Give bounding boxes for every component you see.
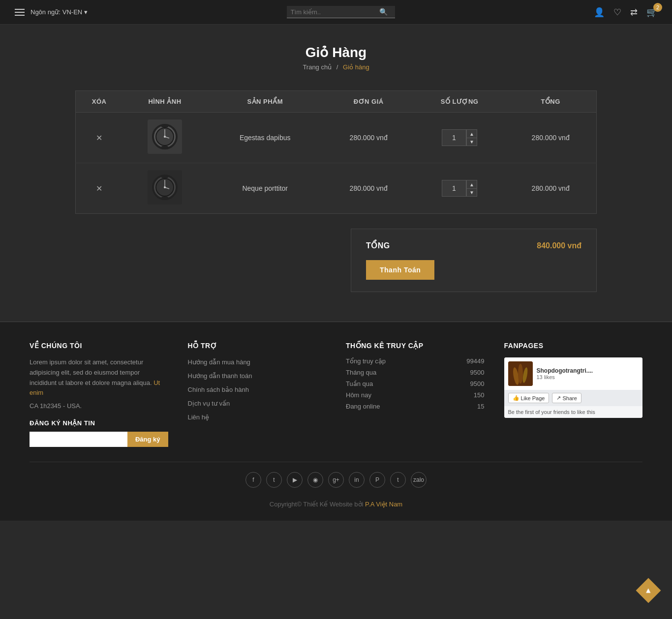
fanpage-likes: 13 likes: [537, 374, 593, 380]
chevron-down-icon: ▾: [84, 8, 88, 16]
wishlist-icon[interactable]: ♡: [613, 7, 621, 18]
footer-stats-col: THỐNG KÊ TRUY CẬP Tổng truy cập 99449 Th…: [346, 342, 485, 447]
checkout-button[interactable]: Thanh Toán: [366, 260, 434, 280]
stats-label: Tuần qua: [346, 380, 373, 387]
stats-value: 99449: [466, 357, 484, 365]
svg-rect-7: [161, 146, 168, 148]
stats-rows: Tổng truy cập 99449 Tháng qua 9500 Tuần …: [346, 357, 485, 410]
quantity-up-button[interactable]: ▲: [466, 129, 477, 138]
newsletter-button[interactable]: Đăng ký: [127, 432, 168, 447]
newsletter-input[interactable]: [30, 432, 127, 447]
breadcrumb: Trang chủ / Giỏ hàng: [0, 63, 672, 71]
social-googleplus-icon[interactable]: g+: [328, 472, 344, 488]
page-title: Giỏ Hàng: [0, 44, 672, 60]
user-icon[interactable]: 👤: [594, 7, 605, 18]
footer-support-title: HỖ TRỢ: [188, 342, 327, 350]
copyright-text: Copyright© Thiết Kế Website bởi: [270, 501, 364, 508]
quantity-input[interactable]: [442, 180, 466, 197]
quantity-up-button[interactable]: ▲: [466, 180, 477, 188]
hamburger-menu-icon[interactable]: [15, 9, 25, 16]
social-youtube-icon[interactable]: ▶: [287, 472, 303, 488]
stats-row-item: Hôm nay 150: [346, 391, 485, 399]
footer-support-col: HỖ TRỢ Hướng dẫn mua hàngHướng dẫn thanh…: [188, 342, 327, 447]
social-zalo-icon[interactable]: zalo: [411, 472, 427, 488]
cart-section: XÓA HÌNH ẢNH SẢN PHẨM ĐƠN GIÁ SỐ LƯỢNG T…: [65, 90, 607, 214]
support-link[interactable]: Liên hệ: [188, 413, 209, 421]
footer-bottom: Copyright© Thiết Kế Website bởi P.A Việt…: [30, 493, 642, 511]
stats-row-item: Tháng qua 9500: [346, 369, 485, 376]
fanpage-thumbnail: [508, 361, 533, 386]
cart-total-box: TỔNG 840.000 vnđ Thanh Toán: [351, 229, 597, 292]
cart-icon[interactable]: 🛒 2: [646, 7, 657, 18]
footer-top: VỀ CHÚNG TÔI Lorem ipsum dolor sit amet,…: [30, 342, 642, 447]
header-center: 🔍: [88, 6, 594, 18]
footer-about-text: Lorem ipsum dolor sit amet, consectetur …: [30, 357, 168, 398]
cart-total-row: TỔNG 840.000 vnđ: [366, 241, 581, 250]
support-link[interactable]: Hướng dẫn thanh toán: [188, 372, 252, 380]
footer-fanpages-col: FANPAGES Shopdogotrangtri.... 13 likes: [504, 342, 643, 447]
social-instagram-icon[interactable]: ◉: [307, 472, 323, 488]
remove-item-button[interactable]: ✕: [96, 184, 102, 193]
table-row: ✕ Egestas dapibus: [76, 113, 597, 163]
footer-about-col: VỀ CHÚNG TÔI Lorem ipsum dolor sit amet,…: [30, 342, 168, 447]
list-item: Liên hệ: [188, 413, 327, 421]
quantity-controls: ▲ ▼: [466, 180, 477, 197]
language-value: VN-EN: [62, 8, 82, 16]
product-price: 280.000 vnđ: [350, 134, 388, 142]
quantity-input[interactable]: [442, 129, 466, 146]
col-xoa: XÓA: [76, 91, 123, 113]
fb-share-label: Share: [562, 395, 577, 401]
breadcrumb-home[interactable]: Trang chủ: [303, 63, 332, 71]
compare-icon[interactable]: ⇄: [630, 7, 638, 18]
fanpage-box: Shopdogotrangtri.... 13 likes 👍 Like Pag…: [504, 357, 643, 418]
social-linkedin-icon[interactable]: in: [349, 472, 365, 488]
footer-about-address: CA 1h2345 - USA.: [30, 401, 168, 412]
total-label: TỔNG: [366, 241, 390, 250]
quantity-down-button[interactable]: ▼: [466, 188, 477, 197]
search-bar: 🔍: [287, 6, 395, 18]
remove-item-button[interactable]: ✕: [96, 133, 102, 143]
col-tong: TỔNG: [505, 91, 596, 113]
svg-point-18: [518, 364, 523, 383]
social-facebook-icon[interactable]: f: [245, 472, 261, 488]
fb-like-icon: 👍: [513, 395, 519, 401]
list-item: Dịch vụ tư vấn: [188, 399, 327, 408]
fanpage-tagline: Be the first of your friends to like thi…: [504, 406, 643, 418]
support-link[interactable]: Hướng dẫn mua hàng: [188, 358, 250, 366]
footer-about-title: VỀ CHÚNG TÔI: [30, 342, 168, 350]
quantity-down-button[interactable]: ▼: [466, 138, 477, 146]
language-selector[interactable]: Ngôn ngữ: VN-EN ▾: [31, 8, 88, 16]
svg-rect-6: [161, 125, 168, 127]
stats-label: Tháng qua: [346, 369, 376, 376]
support-link[interactable]: Chính sách bảo hành: [188, 386, 249, 393]
col-hinh-anh: HÌNH ẢNH: [122, 91, 207, 113]
product-image: [148, 119, 182, 154]
svg-rect-14: [161, 176, 168, 178]
total-value: 840.000 vnđ: [537, 241, 581, 250]
col-so-luong: SỐ LƯỢNG: [414, 91, 505, 113]
stats-value: 9500: [470, 369, 485, 376]
fb-like-button[interactable]: 👍 Like Page: [508, 393, 550, 403]
fanpage-header: Shopdogotrangtri.... 13 likes: [504, 357, 643, 390]
cart-total-section: TỔNG 840.000 vnđ Thanh Toán: [65, 229, 607, 292]
newsletter-title: ĐĂNG KÝ NHẬN TIN: [30, 419, 168, 427]
footer-about-link[interactable]: Ut enim: [30, 379, 160, 397]
social-tumblr-icon[interactable]: t: [390, 472, 406, 488]
quantity-cell: ▲ ▼: [419, 129, 500, 146]
social-twitter-icon[interactable]: t: [266, 472, 282, 488]
stats-label: Đang online: [346, 403, 380, 410]
newsletter-form: Đăng ký: [30, 432, 168, 447]
svg-point-13: [164, 186, 166, 188]
svg-point-5: [164, 136, 166, 138]
fb-share-icon: ↗: [556, 395, 561, 401]
stats-value: 150: [474, 391, 485, 399]
fb-share-button[interactable]: ↗ Share: [552, 393, 581, 403]
support-link[interactable]: Dịch vụ tư vấn: [188, 400, 230, 407]
copyright-link[interactable]: P.A Việt Nam: [365, 501, 402, 508]
stats-label: Tổng truy cập: [346, 357, 386, 365]
footer: VỀ CHÚNG TÔI Lorem ipsum dolor sit amet,…: [0, 322, 672, 521]
search-button[interactable]: 🔍: [379, 8, 388, 16]
page-title-section: Giỏ Hàng Trang chủ / Giỏ hàng: [0, 25, 672, 81]
social-pinterest-icon[interactable]: P: [369, 472, 385, 488]
search-input[interactable]: [291, 8, 379, 16]
